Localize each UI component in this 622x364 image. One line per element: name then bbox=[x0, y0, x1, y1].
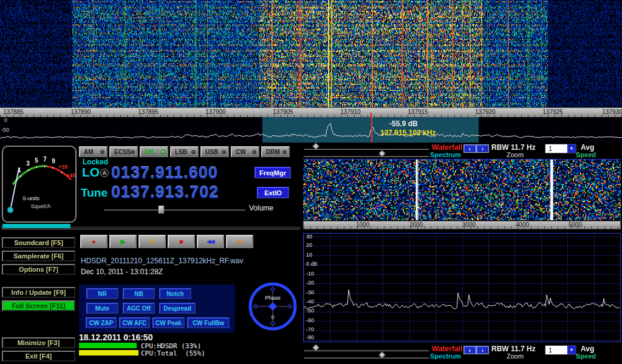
cpu-total-bar bbox=[79, 350, 138, 356]
avg-label-bottom: Avg bbox=[581, 345, 594, 353]
avg-select-bottom[interactable]: 1 ▼ bbox=[545, 345, 576, 355]
s-meter-tick-plus20: +20 bbox=[58, 164, 67, 170]
mode-button-row: AM ECSS FM LSB USB CW DRM bbox=[79, 146, 290, 157]
avg-label-top: Avg bbox=[581, 143, 594, 152]
main-spectrum-display[interactable]: 0 -50 -55.9 dB 137.915.102 kHz bbox=[0, 117, 622, 143]
loop-button[interactable]: ∞ bbox=[226, 235, 253, 248]
stop-icon: ■ bbox=[179, 238, 183, 245]
waterfall-toggle-bottom[interactable]: Waterfall bbox=[432, 345, 462, 353]
nr-button[interactable]: NR bbox=[86, 288, 118, 299]
s-meter-tick-5: 5 bbox=[35, 157, 38, 164]
exit-button[interactable]: Exit [F4] bbox=[2, 351, 75, 362]
mode-button-am[interactable]: AM bbox=[79, 146, 108, 157]
stop-button[interactable]: ■ bbox=[168, 235, 195, 248]
mute-button[interactable]: Mute bbox=[86, 303, 118, 314]
spectrum-gain-slider-bottom[interactable] bbox=[304, 354, 429, 360]
spectrum-toggle-bottom[interactable]: Spectrum bbox=[430, 352, 461, 360]
db-scale-tick: -50 bbox=[306, 308, 314, 314]
tune-frequency-display[interactable]: 0137.913.702 bbox=[111, 183, 219, 202]
waterfall-contrast-slider-bottom[interactable] bbox=[304, 346, 429, 352]
agc-button[interactable]: AGC Off bbox=[123, 303, 155, 314]
dropdown-arrow-icon[interactable]: ▼ bbox=[567, 144, 576, 153]
pause-icon: II bbox=[150, 238, 155, 245]
main-waterfall-display[interactable] bbox=[0, 0, 622, 107]
play-button[interactable]: ▶ bbox=[109, 235, 137, 248]
cpu-hdsdr-meter: CPU:HDSDR (33%) bbox=[79, 343, 238, 349]
audio-waterfall-display[interactable] bbox=[303, 159, 621, 220]
avg-select-top[interactable]: 1 ▼ bbox=[545, 144, 576, 153]
phase-indicator: Phase 0 bbox=[247, 281, 298, 332]
s-meter-tick-7: 7 bbox=[43, 156, 47, 163]
waterfall-toggle-top[interactable]: Waterfall bbox=[432, 143, 462, 152]
volume-slider[interactable] bbox=[104, 206, 245, 214]
pause-button[interactable]: II bbox=[138, 235, 166, 248]
ruler-tickmarks bbox=[304, 226, 620, 229]
cw-fullbw-button[interactable]: CW FullBw bbox=[187, 317, 230, 328]
volume-thumb[interactable] bbox=[159, 206, 164, 214]
samplerate-button[interactable]: Samplerate [F6] bbox=[2, 251, 75, 261]
audio-spectrum-canvas[interactable] bbox=[304, 234, 620, 342]
cw-afc-button[interactable]: CW AFC bbox=[119, 317, 150, 328]
s-meter-tick-3: 3 bbox=[26, 160, 30, 167]
s-meter[interactable]: 1 3 5 7 9 +20 +40 S-units Squelch bbox=[2, 146, 77, 223]
rewind-button[interactable]: ◀◀ bbox=[197, 235, 224, 248]
db-scale-tick: -60 bbox=[306, 317, 314, 323]
lo-a-badge[interactable]: A bbox=[100, 169, 109, 177]
minimize-button[interactable]: Minimize [F3] bbox=[2, 337, 75, 348]
main-waterfall-canvas[interactable] bbox=[0, 0, 622, 107]
db-scale-tick: 20 bbox=[306, 242, 312, 248]
db-label-0: 0 bbox=[4, 117, 7, 123]
waterfall-contrast-slider-top[interactable] bbox=[304, 145, 429, 151]
mode-label: USB bbox=[205, 149, 218, 155]
recording-controls: ● ▶ II ■ ◀◀ ∞ bbox=[80, 235, 253, 248]
zoom-right-arrow[interactable]: › bbox=[477, 145, 488, 152]
cpu-total-meter: CPU:Total (55%) bbox=[79, 350, 238, 357]
mode-button-drm[interactable]: DRM bbox=[261, 146, 290, 157]
mode-label: CW bbox=[236, 149, 246, 155]
notch-button[interactable]: Notch bbox=[159, 288, 191, 299]
fullscreen-button[interactable]: Full Screen [F11] bbox=[2, 300, 75, 311]
main-spectrum-canvas[interactable] bbox=[0, 117, 622, 143]
nb-button[interactable]: NB bbox=[123, 288, 155, 299]
extio-button[interactable]: ExtIO bbox=[257, 187, 289, 198]
mode-led-icon bbox=[161, 150, 165, 154]
lo-frequency-display[interactable]: 0137.911.600 bbox=[111, 164, 218, 183]
squelch-level-bar[interactable] bbox=[2, 224, 70, 228]
db-scale-tick: 0 dB bbox=[306, 261, 318, 267]
audio-frequency-ruler[interactable]: 1000 2000 3000 4000 5000 bbox=[303, 221, 621, 229]
audio-waterfall-canvas[interactable] bbox=[303, 160, 621, 220]
mode-button-cw[interactable]: CW bbox=[231, 146, 259, 157]
zoom-arrows-bottom: ‹ › bbox=[463, 346, 489, 354]
options-button[interactable]: Options [F7] bbox=[2, 264, 75, 275]
info-update-button[interactable]: Info / Update [F9] bbox=[2, 287, 75, 298]
frequency-ruler[interactable]: 137885 137890 137895 137900 137905 13791… bbox=[0, 107, 622, 117]
squelch-slider[interactable] bbox=[1, 223, 300, 229]
cw-zap-button[interactable]: CW ZAP bbox=[86, 317, 117, 328]
mode-button-usb[interactable]: USB bbox=[200, 146, 229, 157]
mode-led-icon bbox=[282, 150, 287, 154]
audio-spectrum-display[interactable]: 30 20 10 0 dB -10 -20 -30 -40 -50 -60 -7… bbox=[303, 233, 621, 342]
loop-icon: ∞ bbox=[237, 237, 243, 246]
record-icon: ● bbox=[92, 238, 96, 245]
dropdown-arrow-icon[interactable]: ▼ bbox=[567, 346, 576, 354]
record-button[interactable]: ● bbox=[80, 235, 108, 248]
zoom-label-top: Zoom bbox=[507, 151, 524, 158]
spectrum-gain-slider-top[interactable] bbox=[304, 152, 429, 158]
freqmgr-button[interactable]: FreqMgr bbox=[255, 167, 291, 178]
mode-button-lsb[interactable]: LSB bbox=[170, 146, 199, 157]
despread-button[interactable]: Despread bbox=[159, 303, 196, 314]
mode-button-fm[interactable]: FM bbox=[140, 146, 168, 157]
mode-button-ecss[interactable]: ECSS bbox=[109, 146, 138, 157]
lo-label: LO bbox=[82, 165, 100, 180]
cw-peak-button[interactable]: CW Peak bbox=[152, 317, 185, 328]
spectrum-toggle-top[interactable]: Spectrum bbox=[430, 151, 461, 158]
mode-label: AM bbox=[84, 149, 94, 155]
rbw-label-top: RBW 11.7 Hz bbox=[491, 143, 536, 152]
zoom-right-arrow[interactable]: › bbox=[477, 346, 488, 354]
db-scale-tick: -40 bbox=[306, 298, 314, 305]
zoom-left-arrow[interactable]: ‹ bbox=[464, 145, 476, 152]
soundcard-button[interactable]: Soundcard [F5] bbox=[2, 237, 75, 248]
speed-label-top: Speed bbox=[576, 151, 596, 158]
zoom-left-arrow[interactable]: ‹ bbox=[464, 346, 476, 354]
db-label-50: -50 bbox=[1, 127, 9, 133]
